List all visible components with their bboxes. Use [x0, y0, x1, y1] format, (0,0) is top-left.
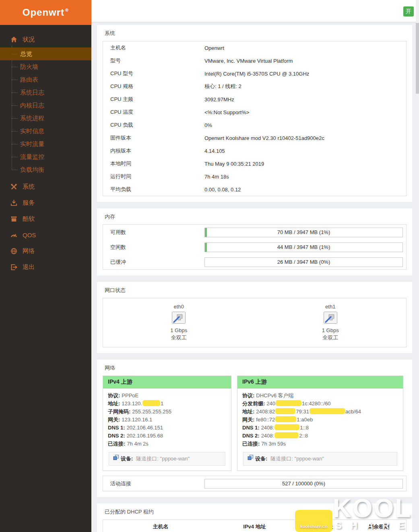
section-title-network: 网络	[105, 364, 407, 372]
sidebar-item-koolsoft[interactable]: 酷软	[0, 211, 91, 227]
column-header-hostname: 主机名	[103, 523, 218, 530]
sidebar-item-label: 流量监控	[20, 153, 44, 160]
top-bar: 开	[91, 0, 419, 22]
sidebar-item-traffic-monitor[interactable]: 流量监控	[0, 150, 91, 163]
sidebar-item-realtime-traffic[interactable]: 实时流量	[0, 138, 91, 150]
table-row: 运行时间7h 4m 18s	[103, 170, 406, 183]
ports-card: 网口状态 eth0 1 Gbps 全双工 eth1 1 Gbps 全双工	[97, 282, 412, 353]
upstream-boxes: IPv4 上游 协议:PPPoE 地址:123.120.1 子网掩码:255.2…	[103, 376, 407, 471]
row-label: CPU 负载	[110, 121, 204, 129]
field-value: acb/64	[345, 409, 361, 415]
sidebar-item-label: 酷软	[23, 215, 35, 223]
table-row: 可用数 70 MB / 3947 MB (1%)	[103, 225, 406, 240]
field-label: 网关:	[242, 417, 254, 423]
sidebar-item-firewall[interactable]: 防火墙	[0, 60, 91, 73]
sidebar-bottom-group: 系统 服务 酷软 QOS	[0, 179, 91, 275]
sidebar-item-logout[interactable]: 退出	[0, 259, 91, 275]
ipv6-address-line: 地址:2408:8279:31acb/64	[242, 408, 398, 416]
row-value: Thu May 9 00:35:21 2019	[204, 161, 264, 167]
active-connections-box: 活动连接 527 / 100000 (0%)	[103, 476, 407, 491]
field-label: 已连接:	[108, 441, 125, 447]
sidebar-item-label: 服务	[23, 199, 35, 207]
field-value: 1:a0eb	[297, 417, 313, 423]
sidebar-item-label: 实时流量	[20, 140, 44, 147]
ipv4-upstream-body: 协议:PPPoE 地址:123.120.1 子网掩码:255.255.255.2…	[103, 388, 231, 470]
field-value: 7h 4m 2s	[127, 441, 148, 447]
sidebar-item-load-balance[interactable]: 负载均衡	[0, 163, 91, 176]
field-label: 地址:	[242, 409, 254, 415]
row-label: 固件版本	[110, 134, 204, 142]
field-label: 协议:	[242, 392, 254, 398]
field-value: PPPoE	[122, 392, 138, 398]
row-value: Intel(R) Core(TM) i5-3570S CPU @ 3.10GHz	[204, 71, 309, 77]
sidebar-item-network[interactable]: 网络	[0, 243, 91, 259]
row-label: 可用数	[110, 229, 204, 236]
gauge-icon	[10, 232, 17, 238]
interface-icon	[248, 455, 254, 463]
ipv4-upstream-title: IPv4 上游	[103, 376, 231, 388]
network-card: 网络 IPv4 上游 协议:PPPoE 地址:123.120.1 子网掩码:25…	[97, 359, 412, 497]
sidebar-item-qos[interactable]: QOS	[0, 227, 91, 243]
ipv4-dns2-line: DNS 2:202.106.195.68	[108, 432, 226, 440]
ipv4-connected-line: 已连接:7h 4m 2s	[108, 440, 226, 448]
system-table: 主机名Openwrt 型号VMware, Inc. VMware Virtual…	[103, 41, 407, 196]
services-icon	[10, 199, 17, 206]
field-value: 隧道接口: "pppoe-wan"	[136, 455, 190, 463]
sidebar-item-system[interactable]: 系统	[0, 179, 91, 195]
ethernet-port-icon	[172, 312, 186, 326]
row-label: 平均负载	[110, 186, 204, 193]
field-value: 2408:	[261, 425, 275, 431]
field-value: 1c:4280::/60	[302, 401, 331, 407]
table-row: 内核版本4.14.105	[103, 144, 406, 157]
sidebar-item-status[interactable]: 状况	[0, 31, 91, 47]
field-value: 2408:82	[256, 409, 275, 415]
row-value: 0.00, 0.08, 0.12	[204, 187, 241, 193]
table-row: 已缓冲 26 MB / 3947 MB (0%)	[103, 255, 406, 269]
sidebar-item-processes[interactable]: 系统进程	[0, 112, 91, 125]
redaction-box	[275, 416, 296, 422]
logout-icon	[10, 264, 17, 271]
sidebar-item-services[interactable]: 服务	[0, 195, 91, 211]
field-label: 网关:	[108, 417, 120, 423]
sidebar-item-label: 退出	[23, 263, 35, 271]
scrollbar-thumb[interactable]	[416, 23, 419, 94]
ipv6-dns1-line: DNS 1:2408:1::8	[242, 424, 398, 432]
field-value: 255.255.255.255	[132, 409, 171, 415]
field-label: 子网掩码:	[108, 409, 130, 415]
sidebar-item-label: 状况	[23, 36, 35, 43]
section-title-memory: 内存	[105, 213, 407, 220]
koolshare-site-label: koolshare.cn	[300, 524, 328, 529]
sidebar-item-kernel-log[interactable]: 内核日志	[0, 99, 91, 112]
row-value: 7h 4m 18s	[204, 174, 229, 180]
sidebar-item-overview[interactable]: 总览	[0, 47, 91, 60]
sidebar-toggle-button[interactable]: 开	[403, 6, 414, 16]
status-submenu: 总览 防火墙 路由表 系统日志 内核日志 系统进程 实时信息 实时流量 流量监控…	[0, 47, 91, 176]
sidebar-item-label: 防火墙	[20, 63, 38, 70]
sidebar-item-label: 系统	[23, 183, 35, 191]
table-row: CPU 负载0%	[103, 119, 406, 131]
system-card: 系统 主机名Openwrt 型号VMware, Inc. VMware Virt…	[97, 25, 412, 202]
table-row: CPU 主频3092.97MHz	[103, 93, 406, 106]
row-label: 本地时间	[110, 160, 204, 167]
sidebar-item-routes[interactable]: 路由表	[0, 73, 91, 86]
ipv6-connected-line: 已连接:7h 3m 59s	[242, 440, 398, 448]
field-value: 7h 3m 59s	[261, 441, 286, 447]
registered-mark: ®	[65, 8, 69, 12]
section-title-dhcp: 已分配的 DHCP 租约	[105, 508, 407, 516]
table-row: 空闲数 44 MB / 3947 MB (1%)	[103, 240, 406, 255]
ipv4-upstream-box: IPv4 上游 协议:PPPoE 地址:123.120.1 子网掩码:255.2…	[103, 376, 231, 471]
ipv6-upstream-title: IPv6 上游	[237, 376, 403, 388]
dhcp-table: 主机名 IPv4 地址 MAC 地址 剩余租期 ? 192.168.2.147 …	[103, 520, 407, 532]
ipv6-prefix-line: 分发前缀:2401c:4280::/60	[242, 400, 398, 408]
scrollbar-track[interactable]	[416, 0, 419, 532]
sidebar-item-label: 路由表	[20, 76, 38, 83]
sidebar-item-label: 总览	[20, 50, 32, 57]
ipv4-proto-line: 协议:PPPoE	[108, 392, 226, 400]
ipv4-device-row: 设备:隧道接口: "pppoe-wan"	[109, 452, 225, 466]
memory-available-bar: 70 MB / 3947 MB (1%)	[204, 228, 403, 237]
sidebar-item-system-log[interactable]: 系统日志	[0, 86, 91, 99]
ipv6-gateway-line: 网关:fe80::721:a0eb	[242, 416, 398, 424]
row-value: Openwrt	[204, 45, 224, 51]
sidebar-item-realtime-info[interactable]: 实时信息	[0, 125, 91, 138]
field-label: DNS 1:	[242, 425, 260, 431]
